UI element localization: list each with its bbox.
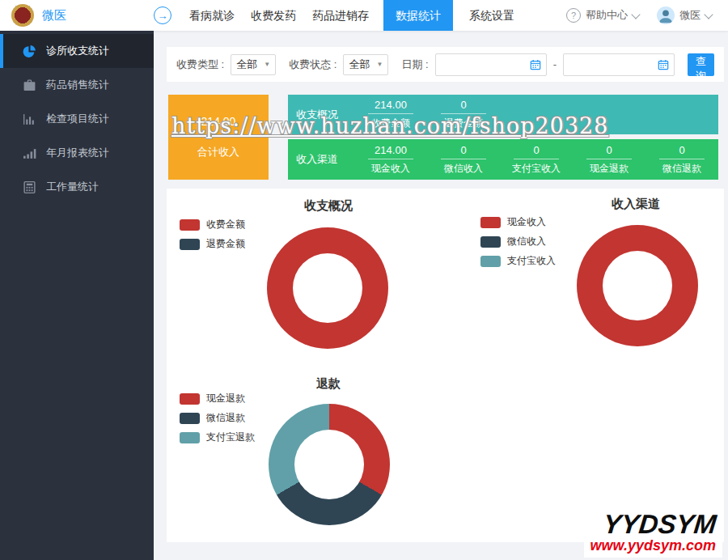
stat-column: 0退费金额 bbox=[427, 95, 500, 134]
legend-label: 收费金额 bbox=[206, 218, 245, 231]
stat-value: 0 bbox=[500, 144, 573, 156]
clinic-logo-icon bbox=[11, 4, 34, 27]
fee-type-value: 全部 bbox=[236, 57, 257, 72]
donut-chart[interactable] bbox=[269, 404, 390, 525]
donut-chart[interactable] bbox=[267, 227, 388, 349]
date-label: 日期 : bbox=[401, 57, 428, 72]
caret-down-icon: ▼ bbox=[377, 61, 383, 68]
user-name[interactable]: 微医 bbox=[679, 8, 700, 23]
app-title: 微医 bbox=[42, 8, 66, 23]
donut-chart[interactable] bbox=[577, 225, 698, 346]
nav-tab[interactable]: 数据统计 bbox=[383, 0, 453, 31]
sidebar-item-label: 诊所收支统计 bbox=[46, 44, 109, 58]
total-income-label: 合计收入 bbox=[197, 145, 239, 159]
nav-tab[interactable]: 系统设置 bbox=[469, 0, 514, 31]
legend-item[interactable]: 收费金额 bbox=[180, 218, 245, 231]
stat-label: 现金退款 bbox=[573, 162, 645, 176]
chart-title: 收入渠道 bbox=[523, 197, 728, 212]
stat-label: 现金收入 bbox=[354, 162, 427, 176]
stat-divider bbox=[514, 159, 559, 159]
legend-item[interactable]: 退费金额 bbox=[180, 237, 245, 251]
stat-label: 微信收入 bbox=[427, 162, 500, 176]
calculator-icon bbox=[23, 180, 36, 194]
sidebar-menu: 诊所收支统计药品销售统计检查项目统计年月报表统计工作量统计 bbox=[0, 34, 154, 204]
sidebar-item-label: 药品销售统计 bbox=[46, 78, 109, 92]
pie-chart-icon bbox=[23, 45, 36, 58]
legend-item[interactable]: 现金收入 bbox=[480, 215, 556, 229]
legend-swatch bbox=[480, 236, 501, 248]
stat-column: 0微信退款 bbox=[645, 139, 718, 180]
search-button[interactable]: 查询 bbox=[688, 53, 714, 76]
stat-divider bbox=[586, 159, 632, 159]
brandmark-name: YYDSYM bbox=[589, 511, 717, 537]
legend-label: 现金收入 bbox=[507, 215, 546, 229]
date-end-box bbox=[563, 53, 675, 76]
stat-divider bbox=[659, 159, 705, 159]
brandmark-url: www.yydsym.com bbox=[590, 537, 716, 554]
stat-divider bbox=[441, 159, 486, 159]
stat-value: 0 bbox=[427, 144, 500, 156]
fee-type-select[interactable]: 全部 ▼ bbox=[231, 54, 276, 75]
stat-value: 0 bbox=[573, 144, 645, 156]
collapse-arrow-icon[interactable]: → bbox=[154, 6, 171, 24]
legend-item[interactable]: 支付宝退款 bbox=[180, 431, 255, 444]
stat-divider bbox=[368, 113, 413, 114]
sidebar-item[interactable]: 检查项目统计 bbox=[0, 102, 154, 136]
legend-item[interactable]: 支付宝收入 bbox=[480, 254, 556, 268]
total-income-value: 214.00 bbox=[201, 115, 236, 128]
fee-status-value: 全部 bbox=[349, 57, 370, 72]
app-brand: 微医 bbox=[0, 4, 154, 27]
stat-label: 支付宝收入 bbox=[500, 162, 573, 176]
legend-label: 微信退款 bbox=[206, 411, 245, 425]
date-start-box bbox=[435, 53, 547, 76]
donut-hole bbox=[293, 253, 362, 323]
calendar-icon[interactable] bbox=[530, 59, 541, 70]
stat-divider bbox=[368, 159, 413, 159]
chart-title: 退款 bbox=[215, 376, 442, 392]
nav-tab[interactable]: 收费发药 bbox=[251, 0, 296, 31]
channel-card: 收入渠道 214.00现金收入0微信收入0支付宝收入0现金退款0微信退款 bbox=[288, 139, 718, 180]
sidebar-item[interactable]: 诊所收支统计 bbox=[0, 34, 154, 68]
sidebar-item[interactable]: 年月报表统计 bbox=[0, 136, 154, 170]
top-nav: 看病就诊收费发药药品进销存数据统计系统设置 bbox=[181, 0, 523, 31]
legend-label: 现金退款 bbox=[206, 392, 245, 405]
legend-swatch bbox=[180, 393, 200, 405]
legend-swatch bbox=[480, 256, 501, 267]
filter-bar: 收费类型 : 全部 ▼ 收费状态 : 全部 ▼ 日期 : - 查询 bbox=[167, 47, 724, 82]
chart-legend: 现金收入微信收入支付宝收入 bbox=[480, 215, 556, 268]
briefcase-icon bbox=[23, 78, 36, 92]
legend-item[interactable]: 微信收入 bbox=[480, 235, 556, 248]
sidebar-item-label: 检查项目统计 bbox=[46, 112, 109, 126]
fee-status-label: 收费状态 : bbox=[289, 57, 336, 72]
nav-tab[interactable]: 药品进销存 bbox=[312, 0, 369, 31]
sidebar-item-label: 年月报表统计 bbox=[46, 146, 109, 160]
stat-column: 0支付宝收入 bbox=[500, 139, 573, 180]
sidebar-item[interactable]: 工作量统计 bbox=[0, 170, 154, 204]
charts-panel: 收支概况 收费金额退费金额 收入渠道 现金收入微信收入支付宝收入 退款 现金退款… bbox=[167, 189, 724, 542]
help-center-link[interactable]: 帮助中心 bbox=[586, 8, 628, 23]
fee-status-select[interactable]: 全部 ▼ bbox=[343, 54, 388, 75]
user-avatar[interactable] bbox=[657, 6, 675, 24]
help-icon[interactable]: ? bbox=[566, 8, 581, 23]
chevron-down-icon bbox=[704, 10, 713, 19]
nav-tab[interactable]: 看病就诊 bbox=[189, 0, 235, 31]
stat-column: 214.00收费金额 bbox=[354, 95, 427, 134]
legend-item[interactable]: 现金退款 bbox=[180, 392, 255, 405]
overview-card: 收支概况 214.00收费金额0退费金额 bbox=[288, 95, 718, 134]
legend-swatch bbox=[180, 432, 200, 443]
chart-legend: 收费金额退费金额 bbox=[180, 218, 245, 251]
calendar-icon[interactable] bbox=[658, 59, 669, 70]
stat-column: 214.00现金收入 bbox=[354, 139, 427, 180]
legend-label: 支付宝退款 bbox=[206, 431, 255, 444]
total-income-card: 214.00 合计收入 bbox=[168, 95, 269, 180]
legend-item[interactable]: 微信退款 bbox=[180, 411, 255, 425]
legend-swatch bbox=[480, 217, 501, 228]
top-header: 微医 → 看病就诊收费发药药品进销存数据统计系统设置 ? 帮助中心 微医 bbox=[0, 0, 728, 31]
legend-label: 支付宝收入 bbox=[507, 254, 556, 268]
stat-value: 0 bbox=[645, 144, 718, 156]
sidebar-item[interactable]: 药品销售统计 bbox=[0, 68, 154, 102]
donut-hole bbox=[294, 430, 364, 499]
chart-legend: 现金退款微信退款支付宝退款 bbox=[180, 392, 255, 444]
bar-chart-icon bbox=[23, 112, 36, 126]
stat-value: 214.00 bbox=[354, 99, 427, 111]
